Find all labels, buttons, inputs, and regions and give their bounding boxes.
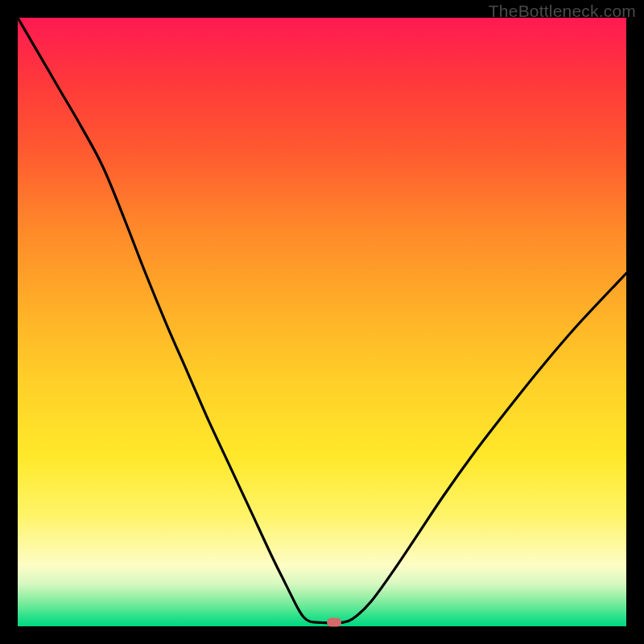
watermark-text: TheBottleneck.com <box>489 2 636 21</box>
minimum-marker <box>327 618 341 627</box>
plot-area <box>18 18 626 626</box>
bottleneck-curve <box>18 18 626 626</box>
